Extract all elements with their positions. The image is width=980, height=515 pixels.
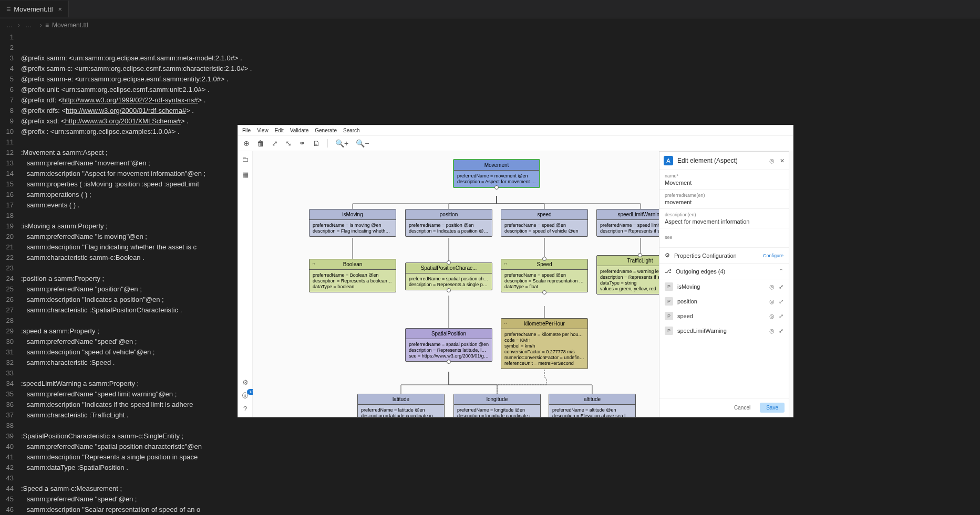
expand-icon[interactable]: ⤢	[779, 328, 783, 334]
collapse-toggle-icon[interactable]: ↔	[312, 261, 316, 266]
node-speed[interactable]: speed preferredName = speed @endescripti…	[501, 209, 588, 237]
connector-icon[interactable]	[447, 288, 451, 292]
node-ismoving[interactable]: isMoving preferredName = is moving @ende…	[309, 209, 396, 237]
node-longitude[interactable]: longitude preferredName = longitude @end…	[453, 394, 541, 417]
properties-panel: A Edit element (Aspect) ◎ ✕ name* Moveme…	[659, 151, 789, 417]
target-icon[interactable]: ◎	[769, 283, 775, 290]
delete-icon[interactable]: 🗑	[257, 139, 264, 148]
node-kilometreperhour[interactable]: ↔ kilometrePerHour preferredName = kilom…	[501, 318, 588, 369]
tab-bar: ≡ Movement.ttl ×	[0, 0, 980, 18]
connector-icon[interactable]	[494, 185, 499, 190]
property-badge: P	[665, 282, 673, 291]
menu-generate[interactable]: Generate	[315, 128, 337, 133]
toolbar: ⊕ 🗑 ⤢ ⤡ ⚭ 🗎 🔍+ 🔍−	[238, 136, 793, 151]
node-latitude[interactable]: latitude preferredName = latitude @endes…	[357, 394, 445, 417]
expand-icon[interactable]: ⤡	[285, 139, 292, 148]
node-boolean[interactable]: ↔ Boolean preferredName = Boolean @endes…	[309, 259, 396, 292]
collapse-icon[interactable]: ⤢	[272, 139, 278, 148]
property-badge: P	[665, 297, 673, 306]
zoom-in-icon[interactable]: 🔍+	[335, 139, 348, 148]
field-see[interactable]: see	[659, 228, 789, 248]
menu-file[interactable]: File	[242, 128, 251, 133]
tab-label: Movement.ttl	[14, 5, 53, 13]
field-preferredname[interactable]: preferredName(en) movement	[659, 190, 789, 209]
save-button[interactable]: Save	[760, 403, 785, 413]
zoom-out-icon[interactable]: 🔍−	[356, 139, 369, 148]
target-icon[interactable]: ◎	[769, 157, 775, 164]
breadcrumb-path[interactable]: … › …	[6, 22, 37, 29]
connector-icon[interactable]	[542, 290, 546, 295]
node-speed-char[interactable]: ↔ Speed preferredName = speed @endescrip…	[501, 259, 588, 292]
node-spatialpositionchar[interactable]: SpatialPositionCharac... preferredName =…	[405, 262, 492, 290]
connector-icon[interactable]	[447, 260, 451, 265]
left-sidebar: 🗀 ▦ ⚙ 🛈 18 ?	[238, 151, 253, 417]
target-icon[interactable]: ◎	[769, 328, 775, 334]
menu-edit[interactable]: Edit	[275, 128, 284, 133]
outgoing-edges-section[interactable]: ⎇ Outgoing edges (4) ⌃	[659, 264, 789, 279]
tab-movement[interactable]: ≡ Movement.ttl ×	[0, 1, 69, 17]
gear-icon[interactable]: ⚙	[242, 379, 249, 386]
edge-label: position	[677, 298, 697, 304]
file-tree-icon[interactable]: 🗀	[242, 155, 249, 163]
edge-label: speed	[677, 313, 693, 319]
sliders-icon: ⚙	[665, 252, 670, 259]
add-icon[interactable]: ⊕	[243, 139, 250, 148]
edge-row-speed[interactable]: Pspeed◎⤢	[659, 309, 789, 323]
edge-row-position[interactable]: Pposition◎⤢	[659, 294, 789, 309]
property-badge: P	[665, 327, 673, 335]
collapse-toggle-icon[interactable]: ↔	[503, 261, 508, 266]
breadcrumb: … › … › ≡ Movement.ttl	[0, 18, 980, 32]
target-icon[interactable]: ◎	[769, 298, 775, 305]
expand-icon[interactable]: ⤢	[779, 313, 783, 320]
menubar: File View Edit Validate Generate Search	[238, 125, 793, 136]
connector-icon[interactable]	[542, 257, 546, 261]
target-icon[interactable]: ◎	[769, 313, 775, 320]
panel-footer: Cancel Save	[659, 398, 789, 417]
node-spatialposition[interactable]: SpatialPosition preferredName = spatial …	[405, 328, 492, 362]
edge-label: isMoving	[677, 283, 700, 290]
edge-row-ismoving[interactable]: PisMoving◎⤢	[659, 279, 789, 294]
cancel-button[interactable]: Cancel	[728, 403, 757, 413]
configure-link[interactable]: Configure	[763, 253, 783, 258]
panel-header: A Edit element (Aspect) ◎ ✕	[659, 152, 789, 170]
panel-title: Edit element (Aspect)	[677, 157, 765, 164]
node-title: Movement	[454, 160, 539, 171]
menu-validate[interactable]: Validate	[290, 128, 308, 133]
properties-config-section[interactable]: ⚙ Properties Configuration Configure	[659, 248, 789, 264]
menu-view[interactable]: View	[257, 128, 269, 133]
expand-icon[interactable]: ⤢	[779, 283, 783, 290]
breadcrumb-file[interactable]: Movement.ttl	[52, 22, 88, 29]
node-altitude[interactable]: altitude preferredName = altitude @endes…	[549, 394, 636, 417]
file-icon: ≡	[6, 5, 11, 13]
branches-icon: ⎇	[665, 268, 672, 275]
menu-search[interactable]: Search	[343, 128, 360, 133]
connector-icon[interactable]	[447, 360, 451, 364]
export-icon[interactable]: 🗎	[313, 139, 320, 148]
chevron-up-icon[interactable]: ⌃	[779, 268, 783, 275]
grid-icon[interactable]: ▦	[242, 171, 249, 178]
aspect-badge: A	[664, 156, 673, 165]
layout-icon[interactable]: ⚭	[299, 139, 305, 148]
line-gutter: 1234567891011121314151617181920212223242…	[0, 32, 21, 515]
close-icon[interactable]: ✕	[780, 157, 785, 164]
separator	[327, 139, 328, 148]
edge-row-speedlimitwarning[interactable]: PspeedLimitWarning◎⤢	[659, 323, 789, 338]
connector-icon[interactable]	[638, 253, 642, 257]
field-name[interactable]: name* Movement	[659, 170, 789, 190]
expand-icon[interactable]: ⤢	[779, 298, 783, 305]
help-icon[interactable]: ?	[243, 405, 247, 413]
edge-label: speedLimitWarning	[677, 328, 727, 334]
chevron-right-icon: ›	[40, 22, 42, 29]
field-description[interactable]: description(en) Aspect for movement info…	[659, 209, 789, 228]
collapse-toggle-icon[interactable]: ↔	[503, 321, 508, 325]
close-icon[interactable]: ×	[58, 5, 63, 13]
property-badge: P	[665, 312, 673, 320]
code-content[interactable]: @prefix samm: <urn:samm:org.eclipse.esmf…	[21, 32, 252, 515]
file-icon: ≡	[45, 22, 49, 29]
node-movement-aspect[interactable]: Movement preferredName = movement @en de…	[453, 159, 540, 188]
node-position[interactable]: position preferredName = position @endes…	[405, 209, 492, 237]
